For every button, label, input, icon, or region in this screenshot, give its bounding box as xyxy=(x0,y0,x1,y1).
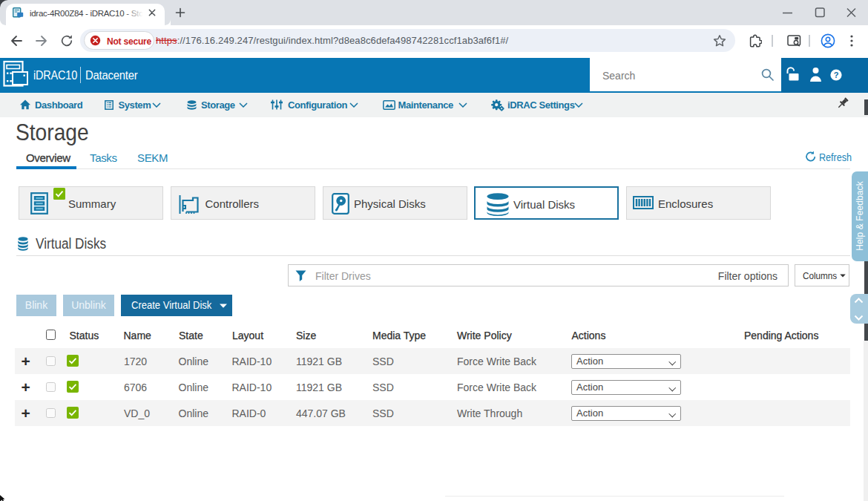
svg-text:?: ? xyxy=(834,71,839,79)
